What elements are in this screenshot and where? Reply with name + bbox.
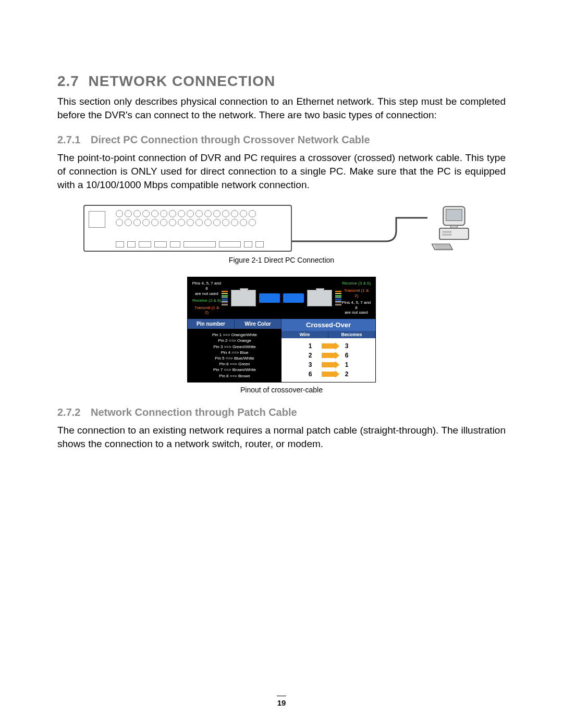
pinout-left-rx: Receive (3 & 6) bbox=[192, 298, 222, 303]
pin-row: Pin 1 ==> Orange/White bbox=[192, 332, 277, 338]
pin-row: Pin 4 ==> Blue bbox=[192, 350, 277, 355]
page-number: 19 bbox=[0, 696, 563, 707]
subsection-2-heading: 2.7.2 Network Connection through Patch C… bbox=[57, 406, 506, 418]
crossover-map: 13 26 31 62 bbox=[282, 338, 375, 382]
becomes-header: Becomes bbox=[328, 331, 375, 338]
section-title-text: NETWORK CONNECTION bbox=[89, 73, 276, 89]
pin-row: Pin 3 ==> Green/White bbox=[192, 344, 277, 350]
crossover-cable-icon bbox=[292, 213, 427, 244]
pin-row: Pin 7 ==> Brown/White bbox=[192, 367, 277, 373]
wire-header: Wire bbox=[282, 331, 328, 338]
pinout-left-tx: Transmit (1 & 2) bbox=[192, 305, 222, 315]
pin-row: Pin 6 ==> Green bbox=[192, 361, 277, 367]
arrow-icon bbox=[322, 353, 335, 358]
section-number: 2.7 bbox=[57, 73, 79, 89]
pin-row: Pin 2 ==> Orange bbox=[192, 338, 277, 343]
pinout-right-notused: Pins 4, 5, 7 and 8are not used bbox=[341, 300, 371, 315]
rj45-connectors-icon bbox=[222, 290, 341, 306]
pin-number-header: Pin number bbox=[188, 319, 235, 329]
subsection-1-heading: 2.7.1 Direct PC Connection through Cross… bbox=[57, 134, 506, 146]
pin-row: Pin 5 ==> Blue/White bbox=[192, 355, 277, 361]
figure-pinout: Pins 4, 5, 7 and 8are not used Receive (… bbox=[57, 277, 506, 394]
subsection-1-body: The point-to-point connection of DVR and… bbox=[57, 151, 506, 191]
arrow-icon bbox=[322, 343, 335, 349]
subsection-2-title: Network Connection through Patch Cable bbox=[91, 406, 297, 418]
svg-rect-5 bbox=[442, 234, 451, 236]
pin-list: Pin 1 ==> Orange/White Pin 2 ==> Orange … bbox=[188, 329, 282, 382]
arrow-icon bbox=[322, 362, 335, 367]
subsection-2-number: 2.7.2 bbox=[57, 406, 80, 418]
figure-1-caption: Figure 2-1 Direct PC Connection bbox=[57, 256, 506, 264]
pin-row: Pin 8 ==> Brown bbox=[192, 373, 277, 379]
figure-direct-pc-connection: Figure 2-1 Direct PC Connection bbox=[57, 204, 506, 264]
subsection-2-body: The connection to an existing network re… bbox=[57, 424, 506, 450]
pinout-caption: Pinout of crossover-cable bbox=[57, 386, 506, 394]
svg-rect-1 bbox=[446, 209, 462, 221]
desktop-pc-icon bbox=[427, 204, 480, 253]
pinout-right-rx: Receive (3 & 6) bbox=[341, 281, 371, 286]
svg-rect-3 bbox=[439, 228, 469, 240]
section-intro: This section only describes physical con… bbox=[57, 95, 506, 121]
dvr-back-panel-icon bbox=[83, 205, 292, 252]
arrow-icon bbox=[322, 372, 335, 377]
subsection-1-number: 2.7.1 bbox=[57, 134, 80, 145]
svg-rect-4 bbox=[442, 231, 451, 233]
section-heading: 2.7 NETWORK CONNECTION bbox=[57, 73, 506, 90]
crossed-over-header: Crossed-Over bbox=[282, 319, 375, 331]
subsection-1-title: Direct PC Connection through Crossover N… bbox=[91, 134, 370, 145]
pinout-left-notused: Pins 4, 5, 7 and 8are not used bbox=[192, 281, 222, 296]
pinout-right-tx: Transmit (1 & 2) bbox=[341, 288, 371, 298]
wire-color-header: Wire Color bbox=[235, 319, 282, 329]
